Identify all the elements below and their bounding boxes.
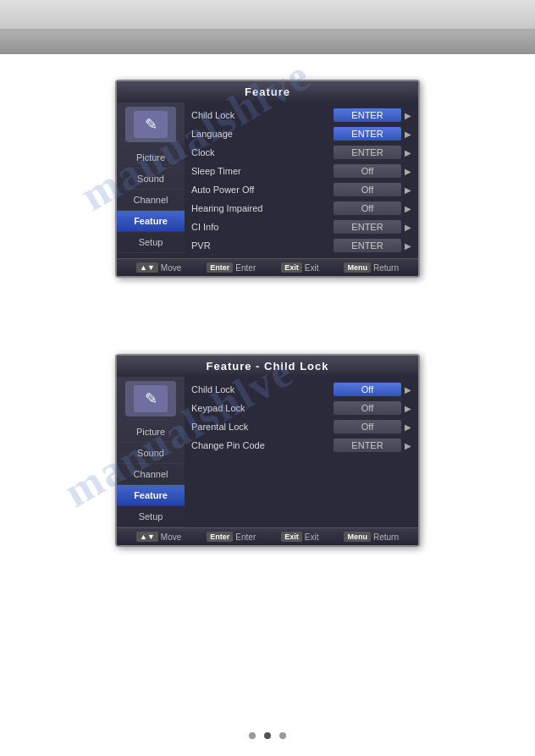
row-label-ci-info-1: CI Info — [191, 222, 334, 232]
menu-bottom-bar-1: ▲▼ Move Enter Enter Exit Exit Menu Retur… — [117, 258, 418, 276]
feature-menu: Feature ✎ Picture Sound Channel Feature — [115, 80, 420, 278]
bottom-enter-2: Enter Enter — [207, 532, 256, 542]
section-header-bar — [0, 30, 535, 54]
page-content-2: Feature - Child Lock ✎ Picture Sound Cha… — [0, 345, 535, 581]
row-arrow-ci-info-1: ▶ — [405, 223, 411, 232]
menu-icon-1: ✎ — [134, 111, 168, 138]
row-arrow-clock-1: ▶ — [405, 148, 411, 157]
row-label-auto-power-1: Auto Power Off — [191, 185, 334, 195]
sidebar-icon-area-1: ✎ — [125, 107, 176, 142]
move-label-2: Move — [161, 533, 181, 542]
row-child-lock-2[interactable]: Child Lock Off ▶ — [185, 380, 418, 399]
move-label-1: Move — [161, 263, 181, 273]
page-indicator — [249, 732, 286, 739]
exit-label-2: Exit — [305, 533, 319, 542]
menu-body-1: ✎ Picture Sound Channel Feature Setup — [117, 102, 418, 258]
sidebar-item-feature-1[interactable]: Feature — [117, 211, 185, 232]
row-child-lock-1[interactable]: Child Lock ENTER ▶ — [185, 106, 418, 124]
row-label-child-lock-1: Child Lock — [191, 110, 334, 120]
menu-title-2: Feature - Child Lock — [207, 360, 329, 372]
sidebar-item-feature-2[interactable]: Feature — [117, 485, 185, 506]
row-parental-lock-2[interactable]: Parental Lock Off ▶ — [185, 417, 418, 436]
row-arrow-auto-power-1: ▶ — [405, 185, 411, 195]
row-label-language-1: Language — [191, 129, 334, 139]
row-arrow-parental-lock-2: ▶ — [405, 422, 411, 432]
bottom-move-2: ▲▼ Move — [136, 532, 181, 542]
menu-key-1: Menu — [344, 262, 371, 273]
row-value-keypad-lock-2: Off — [334, 401, 401, 415]
section-spacer — [0, 312, 535, 345]
row-label-pvr-1: PVR — [191, 240, 334, 251]
enter-key-1: Enter — [207, 262, 233, 273]
move-key-1: ▲▼ — [136, 262, 158, 273]
menu-label-2: Return — [373, 533, 399, 542]
empty-row-1 — [185, 455, 418, 473]
row-label-change-pin-2: Change Pin Code — [191, 440, 334, 450]
enter-key-2: Enter — [207, 532, 233, 542]
row-value-pvr-1: ENTER — [334, 239, 401, 252]
sidebar-icon-area-2: ✎ — [125, 381, 176, 417]
bottom-menu-1: Menu Return — [344, 262, 399, 273]
row-arrow-child-lock-2: ▶ — [405, 385, 411, 395]
exit-label-1: Exit — [305, 263, 319, 273]
menu-title-1: Feature — [245, 86, 290, 98]
bottom-menu-2: Menu Return — [344, 532, 399, 542]
page-dot-3 — [279, 732, 286, 739]
sidebar-item-setup-1[interactable]: Setup — [117, 232, 185, 253]
row-label-child-lock-2: Child Lock — [191, 384, 334, 395]
row-hearing-impaired-1[interactable]: Hearing Impaired Off ▶ — [185, 199, 418, 218]
empty-row-2 — [185, 473, 418, 492]
move-key-2: ▲▼ — [136, 532, 158, 542]
sidebar-item-channel-1[interactable]: Channel — [117, 190, 185, 211]
sidebar-item-sound-1[interactable]: Sound — [117, 168, 185, 190]
exit-key-2: Exit — [281, 532, 302, 542]
row-keypad-lock-2[interactable]: Keypad Lock Off ▶ — [185, 399, 418, 417]
row-value-sleep-timer-1: Off — [334, 164, 401, 178]
top-bar — [0, 0, 535, 30]
row-label-clock-1: Clock — [191, 147, 334, 157]
row-value-child-lock-2: Off — [334, 383, 401, 396]
bottom-exit-2: Exit Exit — [281, 532, 318, 542]
row-value-clock-1: ENTER — [334, 146, 401, 159]
menu-title-bar-2: Feature - Child Lock — [117, 356, 418, 377]
bottom-exit-1: Exit Exit — [281, 262, 318, 273]
menu-title-bar-1: Feature — [117, 81, 418, 102]
row-language-1[interactable]: Language ENTER ▶ — [185, 124, 418, 143]
row-arrow-change-pin-2: ▶ — [405, 441, 411, 450]
sidebar-item-setup-2[interactable]: Setup — [117, 506, 185, 527]
row-sleep-timer-1[interactable]: Sleep Timer Off ▶ — [185, 162, 418, 180]
page-content-1: Feature ✎ Picture Sound Channel Feature — [0, 71, 535, 312]
row-clock-1[interactable]: Clock ENTER ▶ — [185, 143, 418, 162]
row-change-pin-2[interactable]: Change Pin Code ENTER ▶ — [185, 436, 418, 455]
sidebar-item-picture-1[interactable]: Picture — [117, 147, 185, 168]
sidebar-item-channel-2[interactable]: Channel — [117, 464, 185, 485]
menu-key-2: Menu — [344, 532, 371, 542]
page-dot-2 — [264, 732, 271, 739]
row-value-ci-info-1: ENTER — [334, 220, 401, 234]
page-dot-1 — [249, 732, 256, 739]
row-value-change-pin-2: ENTER — [334, 439, 401, 452]
enter-label-2: Enter — [235, 533, 256, 542]
row-arrow-pvr-1: ▶ — [405, 241, 411, 251]
empty-row-3 — [185, 492, 418, 510]
row-label-sleep-timer-1: Sleep Timer — [191, 166, 334, 176]
enter-label-1: Enter — [235, 263, 256, 273]
menu-body-2: ✎ Picture Sound Channel Feature Setup — [117, 377, 418, 527]
row-arrow-language-1: ▶ — [405, 130, 411, 139]
row-pvr-1[interactable]: PVR ENTER ▶ — [185, 236, 418, 255]
row-arrow-hearing-impaired-1: ▶ — [405, 204, 411, 213]
row-label-parental-lock-2: Parental Lock — [191, 422, 334, 432]
menu-sidebar-1: ✎ Picture Sound Channel Feature Setup — [117, 102, 185, 258]
row-value-child-lock-1: ENTER — [334, 108, 401, 122]
menu-label-1: Return — [373, 263, 399, 273]
row-arrow-keypad-lock-2: ▶ — [405, 404, 411, 413]
sidebar-item-sound-2[interactable]: Sound — [117, 443, 185, 464]
row-auto-power-1[interactable]: Auto Power Off Off ▶ — [185, 180, 418, 199]
child-lock-menu: Feature - Child Lock ✎ Picture Sound Cha… — [115, 354, 420, 547]
row-value-language-1: ENTER — [334, 127, 401, 141]
row-ci-info-1[interactable]: CI Info ENTER ▶ — [185, 218, 418, 236]
sidebar-item-picture-2[interactable]: Picture — [117, 422, 185, 443]
row-arrow-sleep-timer-1: ▶ — [405, 167, 411, 176]
row-label-keypad-lock-2: Keypad Lock — [191, 403, 334, 413]
menu-sidebar-2: ✎ Picture Sound Channel Feature Setup — [117, 377, 185, 527]
